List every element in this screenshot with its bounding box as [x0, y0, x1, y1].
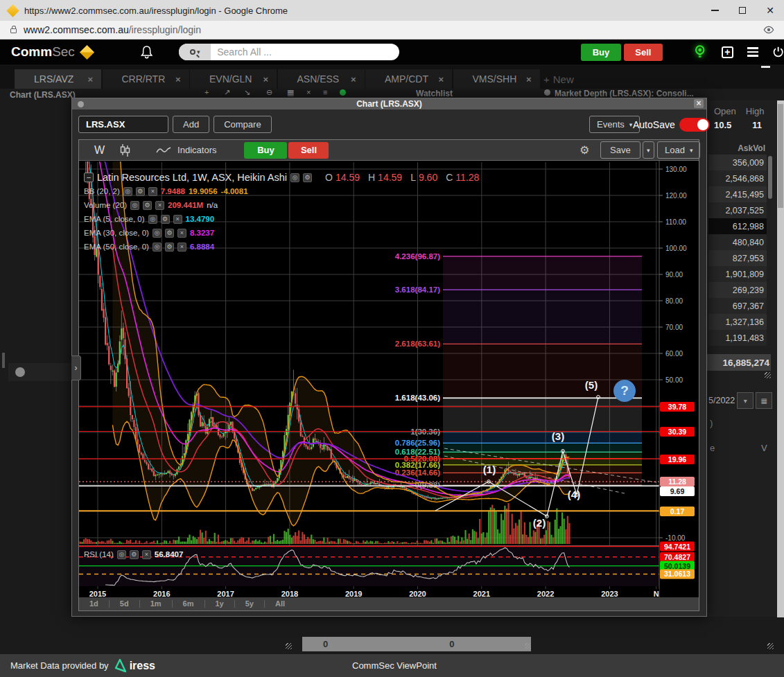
page-scrollbar[interactable]	[777, 100, 784, 617]
askvol-row[interactable]: 2,415,495	[708, 186, 767, 202]
indicators-button[interactable]: Indicators	[177, 145, 216, 155]
tab-close-icon[interactable]: ×	[263, 74, 268, 85]
askvol-row[interactable]: 1,901,809	[708, 266, 767, 282]
remove-icon[interactable]: ×	[177, 229, 186, 238]
settings-icon[interactable]: ⚙	[161, 215, 170, 224]
chart-window-titlebar[interactable]: Chart (LRS.ASX) ×	[72, 98, 706, 109]
buy-button[interactable]: Buy	[581, 44, 621, 61]
tab-VMS/SHH[interactable]: VMS/SHH×	[453, 69, 540, 89]
search-input[interactable]	[211, 46, 399, 58]
tab-CRR/RTR[interactable]: CRR/RTR×	[103, 69, 189, 89]
add-button[interactable]: Add	[173, 116, 209, 133]
lightbulb-icon[interactable]	[695, 44, 705, 60]
sell-button[interactable]: Sell	[624, 44, 663, 61]
chart-sell-button[interactable]: Sell	[288, 142, 329, 159]
remove-icon[interactable]: ×	[177, 243, 186, 252]
maximize-button[interactable]	[729, 0, 756, 21]
visibility-icon[interactable]: ◎	[117, 550, 126, 559]
save-button[interactable]: Save	[600, 141, 641, 159]
search-scope-dropdown[interactable]: ▾	[179, 44, 211, 60]
settings-icon[interactable]: ⚙	[165, 243, 174, 252]
symbol-input[interactable]	[78, 116, 168, 133]
tab-close-icon[interactable]: ×	[87, 74, 93, 85]
range-button-6m[interactable]: 6m	[173, 600, 205, 608]
visibility-icon[interactable]: ◎	[130, 201, 139, 210]
timeframe-button[interactable]: W	[94, 144, 105, 157]
range-button-1m[interactable]: 1m	[140, 600, 173, 608]
close-panel-icon[interactable]: ×	[306, 88, 311, 96]
add-panel-icon[interactable]: +	[722, 46, 733, 58]
tab-close-icon[interactable]: ×	[175, 74, 181, 85]
range-button-All[interactable]: All	[265, 600, 295, 608]
tab-close-icon[interactable]: ×	[526, 74, 532, 85]
visibility-icon[interactable]: ◎	[148, 215, 157, 224]
close-button[interactable]: ✕	[756, 0, 784, 21]
menu-icon[interactable]	[747, 47, 758, 57]
range-button-1d[interactable]: 1d	[79, 600, 110, 608]
collapse-icon[interactable]: ⊖	[266, 88, 272, 97]
date-dropdown-button[interactable]: ▾	[737, 392, 753, 409]
resize-grip-icon[interactable]	[525, 643, 531, 649]
eye-icon[interactable]	[763, 24, 774, 35]
askvol-row[interactable]: 2,037,525	[708, 202, 767, 218]
chart-window-close-button[interactable]: ×	[694, 99, 704, 108]
remove-icon[interactable]: ×	[155, 201, 164, 210]
settings-icon[interactable]: ⚙	[165, 229, 174, 238]
remove-icon[interactable]: ×	[148, 187, 157, 196]
new-tab-button[interactable]: + New	[543, 69, 574, 89]
resize-grip-icon[interactable]	[767, 643, 774, 649]
tab-close-icon[interactable]: ×	[438, 74, 444, 85]
notifications-bell-icon[interactable]	[141, 45, 153, 59]
askvol-row[interactable]: 1,327,136	[708, 314, 767, 330]
browser-urlbar[interactable]: www2.commsec.com.au /iressplugin/login	[0, 21, 784, 39]
candlestick-style-icon[interactable]	[120, 143, 131, 157]
panel-scrollbar-thumb[interactable]	[768, 156, 772, 199]
tab-ASN/ESS[interactable]: ASN/ESS×	[278, 69, 365, 89]
expand-panel-chevron[interactable]: ›	[71, 355, 81, 380]
panel-menu-icon[interactable]: ≡	[323, 88, 327, 96]
askvol-row[interactable]: 356,009	[708, 155, 767, 170]
visibility-icon[interactable]: ◎	[153, 243, 162, 252]
askvol-row[interactable]: 827,953	[708, 250, 767, 266]
settings-icon[interactable]: ⚙	[303, 173, 312, 182]
power-icon[interactable]	[772, 46, 784, 58]
askvol-row[interactable]: 2,546,868	[708, 170, 767, 186]
askvol-row[interactable]: 697,367	[708, 298, 767, 314]
tab-close-icon[interactable]: ×	[351, 74, 356, 85]
minimized-window-indicator[interactable]	[761, 66, 770, 68]
remove-icon[interactable]: ×	[142, 550, 151, 559]
load-dropdown-button[interactable]: Load▾	[657, 141, 700, 159]
settings-icon[interactable]: ⚙	[130, 550, 139, 559]
minimize-button[interactable]	[701, 0, 729, 21]
add-icon[interactable]: +	[204, 88, 209, 96]
collapsed-list-item[interactable]	[8, 363, 78, 381]
resize-grip-icon[interactable]	[286, 643, 292, 649]
tab-AMP/CDT[interactable]: AMP/CDT×	[365, 69, 452, 89]
chart-buy-button[interactable]: Buy	[244, 142, 287, 159]
search-box[interactable]: ▾	[179, 44, 399, 60]
askvol-row[interactable]: 269,239	[708, 282, 767, 298]
settings-icon[interactable]: ⚙	[136, 187, 145, 196]
range-button-5y[interactable]: 5y	[235, 600, 265, 608]
collapse-legend-button[interactable]: −	[84, 173, 94, 182]
settings-icon[interactable]: ⚙	[143, 201, 152, 210]
save-dropdown-button[interactable]: ▾	[643, 141, 654, 159]
askvol-row[interactable]: 1,191,483	[708, 330, 767, 346]
visibility-icon[interactable]: ◎	[123, 187, 132, 196]
remove-icon[interactable]: ×	[173, 215, 182, 224]
askvol-row[interactable]: 480,840	[708, 234, 767, 250]
popin-icon[interactable]: ↘	[244, 88, 250, 97]
tab-EVN/GLN[interactable]: EVN/GLN×	[190, 69, 277, 89]
resize-grip-icon[interactable]	[765, 372, 771, 378]
range-button-5d[interactable]: 5d	[110, 600, 140, 608]
range-button-1y[interactable]: 1y	[205, 600, 235, 608]
visibility-icon[interactable]: ◎	[290, 173, 299, 182]
compare-button[interactable]: Compare	[214, 116, 271, 133]
dock-resize-handle[interactable]	[2, 353, 5, 368]
calendar-button[interactable]: ▦	[756, 392, 772, 409]
columns-icon[interactable]: ▦	[287, 88, 294, 97]
visibility-icon[interactable]: ◎	[153, 229, 162, 238]
askvol-row[interactable]: 612,988	[708, 218, 767, 234]
autosave-toggle[interactable]	[679, 118, 710, 132]
chart-settings-gear-icon[interactable]: ⚙	[580, 143, 589, 157]
